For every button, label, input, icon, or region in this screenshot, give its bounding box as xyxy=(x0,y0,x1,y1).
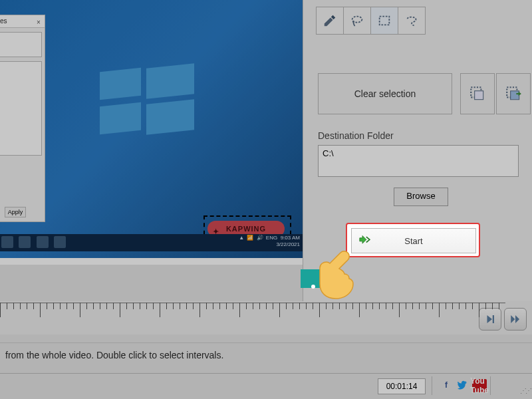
youtube-icon[interactable]: You Tube xyxy=(472,379,487,392)
desktop-wallpaper: operties × OK Apply ✦ KAPWING ▲ 📶 🔊 xyxy=(0,0,303,258)
dialog-title: operties × xyxy=(0,15,45,28)
browse-button[interactable]: Browse xyxy=(394,188,448,206)
rectangle-select-button[interactable] xyxy=(371,7,398,35)
playhead-time: 00:01:14 xyxy=(378,378,426,394)
dialog-field xyxy=(0,32,42,57)
network-icon: 📶 xyxy=(247,235,253,241)
play-arrow-icon xyxy=(358,234,373,249)
social-links: f You Tube xyxy=(440,379,487,392)
fast-forward-button[interactable] xyxy=(504,308,527,331)
next-frame-button[interactable] xyxy=(479,308,501,331)
divider xyxy=(490,376,491,395)
tray-time: 9:03 AM xyxy=(281,235,300,241)
selection-tools xyxy=(316,7,426,35)
apply-button[interactable]: Apply xyxy=(5,207,27,217)
start-icon[interactable] xyxy=(1,236,13,248)
watermark-text: KAPWING xyxy=(226,225,266,233)
system-tray: ▲ 📶 🔊 ENG 9:03 AM 3/22/2021 xyxy=(237,235,300,248)
svg-rect-2 xyxy=(380,17,390,25)
save-selection-button[interactable] xyxy=(496,73,531,114)
facebook-icon[interactable]: f xyxy=(440,379,452,391)
twitter-icon[interactable] xyxy=(456,379,468,391)
copy-selection-button[interactable] xyxy=(460,73,495,114)
start-highlight: Start xyxy=(346,223,480,257)
dialog-list xyxy=(0,61,42,156)
destination-path-field[interactable]: C:\ xyxy=(318,145,519,177)
task-icon[interactable] xyxy=(19,236,31,248)
resize-grip-icon[interactable]: ⋰⋰ xyxy=(520,387,531,394)
timeline[interactable] xyxy=(0,301,532,334)
svg-rect-8 xyxy=(493,315,494,323)
pencil-tool-button[interactable] xyxy=(316,7,344,35)
task-icon[interactable] xyxy=(54,236,66,248)
close-icon[interactable]: × xyxy=(34,17,43,26)
task-icon[interactable] xyxy=(37,236,49,248)
windows-logo-icon xyxy=(100,70,193,143)
lasso-tool-button[interactable] xyxy=(344,7,371,35)
tray-lang: ENG xyxy=(266,235,277,241)
clear-selection-button[interactable]: Clear selection xyxy=(318,73,452,114)
hint-text: from the whole video. Double click to se… xyxy=(0,342,532,373)
status-bar: 00:01:14 f You Tube ⋰⋰ xyxy=(0,373,532,399)
svg-rect-4 xyxy=(475,91,483,100)
free-select-button[interactable] xyxy=(398,7,426,35)
tray-date: 3/22/2021 xyxy=(276,241,300,247)
taskbar: ▲ 📶 🔊 ENG 9:03 AM 3/22/2021 xyxy=(0,234,303,251)
tools-panel: Clear selection Destination Folder C:\ B… xyxy=(303,0,532,302)
properties-dialog: operties × OK Apply xyxy=(0,15,45,222)
destination-label: Destination Folder xyxy=(318,130,394,141)
divider xyxy=(432,376,432,395)
video-preview: operties × OK Apply ✦ KAPWING ▲ 📶 🔊 xyxy=(0,0,303,265)
tray-icon: ▲ xyxy=(237,235,244,241)
start-label: Start xyxy=(404,236,422,246)
start-button[interactable]: Start xyxy=(351,228,476,253)
volume-icon: 🔊 xyxy=(257,235,263,241)
